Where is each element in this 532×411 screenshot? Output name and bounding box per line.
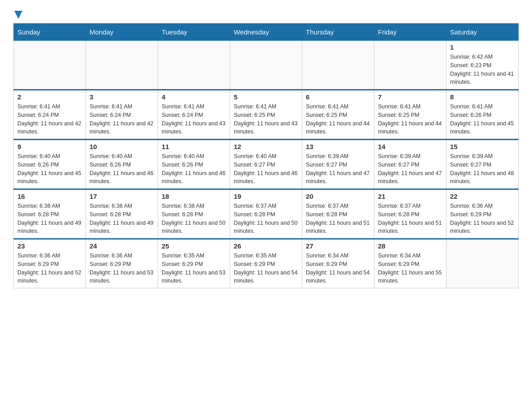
day-number: 25 [162, 242, 226, 250]
day-info: Sunrise: 6:39 AMSunset: 6:27 PMDaylight:… [450, 152, 515, 186]
day-number: 20 [306, 193, 370, 200]
calendar-cell: 24Sunrise: 6:36 AMSunset: 6:29 PMDayligh… [86, 239, 158, 288]
day-number: 4 [162, 93, 226, 101]
calendar-cell: 5Sunrise: 6:41 AMSunset: 6:25 PMDaylight… [230, 90, 302, 140]
calendar-week-row: 16Sunrise: 6:38 AMSunset: 6:28 PMDayligh… [14, 189, 519, 239]
day-number: 15 [450, 143, 515, 150]
calendar-cell: 4Sunrise: 6:41 AMSunset: 6:24 PMDaylight… [158, 90, 230, 140]
day-info: Sunrise: 6:37 AMSunset: 6:28 PMDaylight:… [234, 202, 298, 235]
day-info: Sunrise: 6:40 AMSunset: 6:27 PMDaylight:… [234, 152, 298, 186]
calendar-cell: 13Sunrise: 6:39 AMSunset: 6:27 PMDayligh… [302, 140, 374, 189]
calendar-cell: 20Sunrise: 6:37 AMSunset: 6:28 PMDayligh… [302, 189, 374, 239]
calendar-cell: 22Sunrise: 6:36 AMSunset: 6:29 PMDayligh… [446, 189, 519, 239]
day-info: Sunrise: 6:40 AMSunset: 6:26 PMDaylight:… [162, 152, 226, 186]
day-info: Sunrise: 6:36 AMSunset: 6:29 PMDaylight:… [17, 252, 82, 285]
calendar-cell: 6Sunrise: 6:41 AMSunset: 6:25 PMDaylight… [302, 90, 374, 140]
calendar-cell: 11Sunrise: 6:40 AMSunset: 6:26 PMDayligh… [158, 140, 230, 189]
calendar-header-row: SundayMondayTuesdayWednesdayThursdayFrid… [14, 24, 519, 41]
day-number: 22 [450, 193, 515, 200]
day-info: Sunrise: 6:36 AMSunset: 6:29 PMDaylight:… [450, 202, 515, 235]
weekday-header-friday: Friday [374, 24, 446, 41]
day-info: Sunrise: 6:35 AMSunset: 6:29 PMDaylight:… [234, 252, 298, 285]
day-info: Sunrise: 6:37 AMSunset: 6:28 PMDaylight:… [378, 202, 442, 235]
day-info: Sunrise: 6:38 AMSunset: 6:28 PMDaylight:… [90, 202, 154, 235]
calendar-cell [158, 41, 230, 90]
day-number: 19 [234, 193, 298, 200]
calendar-cell: 10Sunrise: 6:40 AMSunset: 6:26 PMDayligh… [86, 140, 158, 189]
calendar-cell: 14Sunrise: 6:39 AMSunset: 6:27 PMDayligh… [374, 140, 446, 189]
day-number: 24 [90, 242, 154, 250]
day-info: Sunrise: 6:42 AMSunset: 6:23 PMDaylight:… [450, 53, 515, 86]
calendar-cell: 21Sunrise: 6:37 AMSunset: 6:28 PMDayligh… [374, 189, 446, 239]
day-number: 28 [378, 242, 442, 250]
day-info: Sunrise: 6:34 AMSunset: 6:29 PMDaylight:… [306, 252, 370, 285]
calendar-cell [14, 41, 86, 90]
calendar-cell: 9Sunrise: 6:40 AMSunset: 6:26 PMDaylight… [14, 140, 86, 189]
calendar-week-row: 2Sunrise: 6:41 AMSunset: 6:24 PMDaylight… [14, 90, 519, 140]
day-info: Sunrise: 6:41 AMSunset: 6:25 PMDaylight:… [234, 103, 298, 136]
calendar-cell: 7Sunrise: 6:41 AMSunset: 6:25 PMDaylight… [374, 90, 446, 140]
weekday-header-thursday: Thursday [302, 24, 374, 41]
day-number: 21 [378, 193, 442, 200]
day-info: Sunrise: 6:34 AMSunset: 6:29 PMDaylight:… [378, 252, 442, 285]
day-info: Sunrise: 6:40 AMSunset: 6:26 PMDaylight:… [90, 152, 154, 186]
day-info: Sunrise: 6:41 AMSunset: 6:25 PMDaylight:… [306, 103, 370, 136]
calendar-week-row: 1Sunrise: 6:42 AMSunset: 6:23 PMDaylight… [14, 41, 519, 90]
calendar-cell [230, 41, 302, 90]
day-info: Sunrise: 6:38 AMSunset: 6:28 PMDaylight:… [162, 202, 226, 235]
day-info: Sunrise: 6:41 AMSunset: 6:24 PMDaylight:… [162, 103, 226, 136]
calendar-cell: 26Sunrise: 6:35 AMSunset: 6:29 PMDayligh… [230, 239, 302, 288]
logo [13, 9, 22, 19]
day-number: 23 [17, 242, 82, 250]
day-info: Sunrise: 6:41 AMSunset: 6:24 PMDaylight:… [90, 103, 154, 136]
weekday-header-sunday: Sunday [14, 24, 86, 41]
calendar-cell: 3Sunrise: 6:41 AMSunset: 6:24 PMDaylight… [86, 90, 158, 140]
weekday-header-wednesday: Wednesday [230, 24, 302, 41]
calendar-cell: 8Sunrise: 6:41 AMSunset: 6:26 PMDaylight… [446, 90, 519, 140]
calendar-cell: 28Sunrise: 6:34 AMSunset: 6:29 PMDayligh… [374, 239, 446, 288]
day-number: 8 [450, 93, 515, 101]
calendar-week-row: 9Sunrise: 6:40 AMSunset: 6:26 PMDaylight… [14, 140, 519, 189]
day-number: 2 [17, 93, 82, 101]
weekday-header-saturday: Saturday [446, 24, 519, 41]
day-number: 13 [306, 143, 370, 150]
day-number: 17 [90, 193, 154, 200]
svg-marker-0 [14, 11, 22, 19]
weekday-header-tuesday: Tuesday [158, 24, 230, 41]
calendar-week-row: 23Sunrise: 6:36 AMSunset: 6:29 PMDayligh… [14, 239, 519, 288]
day-number: 9 [17, 143, 82, 150]
day-info: Sunrise: 6:37 AMSunset: 6:28 PMDaylight:… [306, 202, 370, 235]
calendar-cell: 18Sunrise: 6:38 AMSunset: 6:28 PMDayligh… [158, 189, 230, 239]
day-number: 26 [234, 242, 298, 250]
day-number: 12 [234, 143, 298, 150]
day-info: Sunrise: 6:36 AMSunset: 6:29 PMDaylight:… [90, 252, 154, 285]
calendar-cell: 23Sunrise: 6:36 AMSunset: 6:29 PMDayligh… [14, 239, 86, 288]
calendar-cell [446, 239, 519, 288]
calendar-cell: 2Sunrise: 6:41 AMSunset: 6:24 PMDaylight… [14, 90, 86, 140]
day-info: Sunrise: 6:39 AMSunset: 6:27 PMDaylight:… [306, 152, 370, 186]
calendar-cell: 1Sunrise: 6:42 AMSunset: 6:23 PMDaylight… [446, 41, 519, 90]
calendar-cell: 15Sunrise: 6:39 AMSunset: 6:27 PMDayligh… [446, 140, 519, 189]
day-info: Sunrise: 6:40 AMSunset: 6:26 PMDaylight:… [17, 152, 82, 186]
day-number: 7 [378, 93, 442, 101]
calendar-cell: 16Sunrise: 6:38 AMSunset: 6:28 PMDayligh… [14, 189, 86, 239]
calendar-table: SundayMondayTuesdayWednesdayThursdayFrid… [13, 23, 519, 288]
day-info: Sunrise: 6:41 AMSunset: 6:26 PMDaylight:… [450, 103, 515, 136]
calendar-cell: 25Sunrise: 6:35 AMSunset: 6:29 PMDayligh… [158, 239, 230, 288]
page-header [13, 9, 519, 19]
calendar-cell: 12Sunrise: 6:40 AMSunset: 6:27 PMDayligh… [230, 140, 302, 189]
calendar-cell [374, 41, 446, 90]
day-number: 11 [162, 143, 226, 150]
calendar-cell [86, 41, 158, 90]
day-info: Sunrise: 6:41 AMSunset: 6:24 PMDaylight:… [17, 103, 82, 136]
day-number: 18 [162, 193, 226, 200]
day-number: 6 [306, 93, 370, 101]
day-number: 5 [234, 93, 298, 101]
day-number: 3 [90, 93, 154, 101]
day-info: Sunrise: 6:35 AMSunset: 6:29 PMDaylight:… [162, 252, 226, 285]
day-number: 1 [450, 43, 515, 51]
day-number: 16 [17, 193, 82, 200]
day-number: 27 [306, 242, 370, 250]
calendar-cell [302, 41, 374, 90]
day-info: Sunrise: 6:39 AMSunset: 6:27 PMDaylight:… [378, 152, 442, 186]
